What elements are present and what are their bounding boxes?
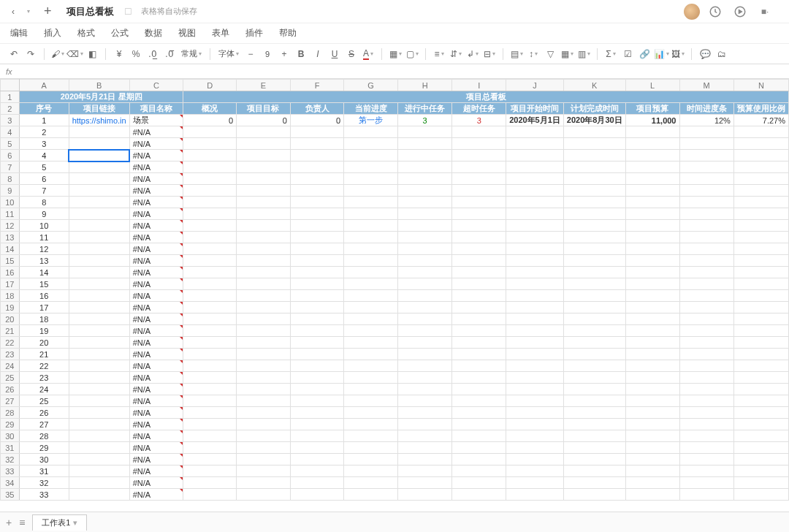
- more-icon[interactable]: ■·: [758, 5, 771, 18]
- cell-H8[interactable]: [397, 173, 451, 185]
- cell-L9[interactable]: [625, 185, 679, 197]
- cell-D3[interactable]: 0: [183, 115, 237, 126]
- cell-A20[interactable]: 18: [19, 314, 69, 325]
- cell-M34[interactable]: [679, 477, 733, 489]
- col-header-B[interactable]: B: [69, 80, 129, 91]
- cell-I32[interactable]: [452, 454, 506, 466]
- cell-J3[interactable]: 2020年5月1日: [506, 115, 564, 126]
- cell-A21[interactable]: 19: [19, 325, 69, 337]
- cell-I15[interactable]: [452, 255, 506, 267]
- cell-C19[interactable]: #N/A: [129, 302, 183, 314]
- header-cell-D[interactable]: 概况: [183, 103, 237, 115]
- cell-D27[interactable]: [183, 395, 237, 407]
- cell-F27[interactable]: [290, 395, 343, 407]
- paint-format-button[interactable]: 🖌: [50, 46, 66, 62]
- cell-L17[interactable]: [625, 278, 679, 290]
- cell-G26[interactable]: [344, 384, 398, 395]
- cell-D14[interactable]: [183, 243, 237, 255]
- cell-K8[interactable]: [563, 173, 625, 185]
- cell-K30[interactable]: [563, 430, 625, 442]
- header-cell-M[interactable]: 时间进度条: [679, 103, 733, 115]
- cell-N8[interactable]: [733, 173, 788, 185]
- cell-C22[interactable]: #N/A: [129, 337, 183, 349]
- sheet-tab-1[interactable]: 工作表1 ▾: [32, 514, 86, 531]
- cell-I34[interactable]: [452, 477, 506, 489]
- col-header-A[interactable]: A: [19, 80, 69, 91]
- cell-B18[interactable]: [69, 290, 129, 302]
- clear-format-button[interactable]: ⌫: [66, 46, 83, 62]
- cell-F28[interactable]: [290, 407, 343, 419]
- cell-H22[interactable]: [397, 337, 451, 349]
- header-cell-I[interactable]: 超时任务: [452, 103, 506, 115]
- cell-H25[interactable]: [397, 372, 451, 384]
- cell-I28[interactable]: [452, 407, 506, 419]
- cell-K4[interactable]: [563, 126, 625, 138]
- cell-I4[interactable]: [452, 126, 506, 138]
- cell-D31[interactable]: [183, 442, 237, 454]
- cell-C3[interactable]: 场景: [129, 115, 183, 126]
- menu-view[interactable]: 视图: [178, 27, 196, 39]
- cell-L15[interactable]: [625, 255, 679, 267]
- cell-K11[interactable]: [563, 208, 625, 220]
- cell-F22[interactable]: [290, 337, 343, 349]
- col-header-N[interactable]: N: [733, 80, 788, 91]
- row-header-21[interactable]: 21: [1, 325, 20, 337]
- cell-B14[interactable]: [69, 243, 129, 255]
- cell-J23[interactable]: [506, 349, 564, 360]
- cell-D34[interactable]: [183, 477, 237, 489]
- cell-M5[interactable]: [679, 138, 733, 150]
- cell-C33[interactable]: #N/A: [129, 466, 183, 477]
- cell-N22[interactable]: [733, 337, 788, 349]
- cell-H33[interactable]: [397, 466, 451, 477]
- cell-K25[interactable]: [563, 372, 625, 384]
- menu-insert[interactable]: 插入: [44, 27, 61, 39]
- cell-A23[interactable]: 21: [19, 349, 69, 360]
- cell-J14[interactable]: [506, 243, 564, 255]
- cell-N27[interactable]: [733, 395, 788, 407]
- cell-H16[interactable]: [397, 267, 451, 278]
- cell-L26[interactable]: [625, 384, 679, 395]
- cell-N32[interactable]: [733, 454, 788, 466]
- row-header-7[interactable]: 7: [1, 162, 20, 173]
- cell-J13[interactable]: [506, 232, 564, 243]
- cell-H19[interactable]: [397, 302, 451, 314]
- cell-fill-button[interactable]: ▦: [387, 46, 403, 62]
- row-header-1[interactable]: 1: [1, 91, 20, 103]
- cell-D25[interactable]: [183, 372, 237, 384]
- cell-N13[interactable]: [733, 232, 788, 243]
- cell-H10[interactable]: [397, 197, 451, 208]
- row-header-9[interactable]: 9: [1, 185, 20, 197]
- cell-K31[interactable]: [563, 442, 625, 454]
- font-family-dropdown[interactable]: 字体: [216, 46, 242, 62]
- cell-M24[interactable]: [679, 360, 733, 372]
- cell-H26[interactable]: [397, 384, 451, 395]
- cell-F11[interactable]: [290, 208, 343, 220]
- cell-E31[interactable]: [237, 442, 291, 454]
- cell-D10[interactable]: [183, 197, 237, 208]
- row-header-22[interactable]: 22: [1, 337, 20, 349]
- cell-F17[interactable]: [290, 278, 343, 290]
- cell-B4[interactable]: [69, 126, 129, 138]
- cell-A25[interactable]: 23: [19, 372, 69, 384]
- cell-F30[interactable]: [290, 430, 343, 442]
- fill-color-button[interactable]: ◧: [84, 46, 100, 62]
- header-cell-H[interactable]: 进行中任务: [397, 103, 451, 115]
- cell-I27[interactable]: [452, 395, 506, 407]
- underline-button[interactable]: U: [327, 46, 343, 62]
- borders-button[interactable]: ▢: [404, 46, 420, 62]
- cell-A30[interactable]: 28: [19, 430, 69, 442]
- cell-H15[interactable]: [397, 255, 451, 267]
- document-title[interactable]: 项目总看板: [66, 5, 114, 18]
- cell-D26[interactable]: [183, 384, 237, 395]
- cell-E6[interactable]: [237, 150, 291, 162]
- cell-E11[interactable]: [237, 208, 291, 220]
- row-header-35[interactable]: 35: [1, 489, 20, 501]
- cell-G35[interactable]: [344, 489, 398, 501]
- cell-J27[interactable]: [506, 395, 564, 407]
- cell-K13[interactable]: [563, 232, 625, 243]
- cell-I21[interactable]: [452, 325, 506, 337]
- cell-L19[interactable]: [625, 302, 679, 314]
- cell-N20[interactable]: [733, 314, 788, 325]
- cell-E35[interactable]: [237, 489, 291, 501]
- cell-D28[interactable]: [183, 407, 237, 419]
